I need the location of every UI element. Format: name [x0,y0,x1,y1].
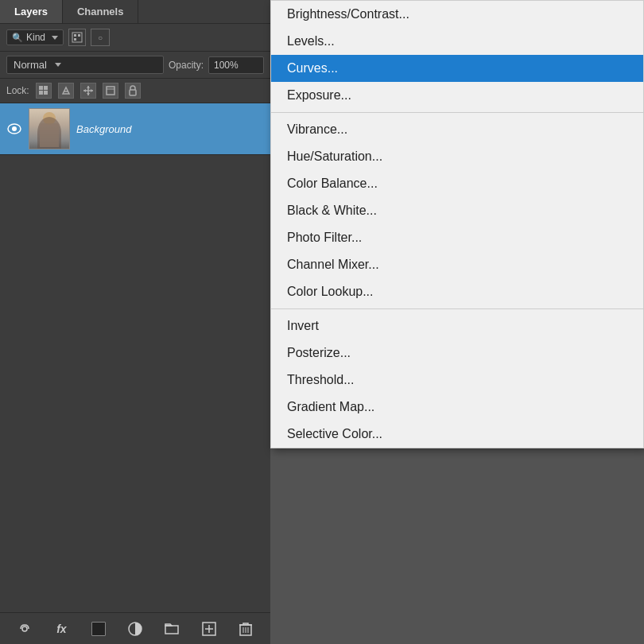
svg-rect-4 [39,86,43,90]
adjustment-button[interactable] [125,619,145,639]
menu-item-exposure[interactable]: Exposure... [271,82,643,109]
svg-rect-1 [74,34,76,37]
panel-tabs: Layers Channels [0,0,270,24]
lock-label: Lock: [6,85,29,96]
menu-item-gradient-map[interactable]: Gradient Map... [271,394,643,421]
panel-toolbar: fx [0,612,270,644]
menu-item-brightness-contrast[interactable]: Brightness/Contrast... [271,1,643,28]
svg-marker-13 [83,89,86,92]
delete-layer-button[interactable] [235,619,256,639]
lock-all-icon[interactable] [125,83,141,99]
search-bar: 🔍 Kind ○ [0,24,270,52]
svg-marker-11 [87,86,90,88]
lock-move-icon[interactable] [80,83,96,99]
filter-icon[interactable] [68,29,86,46]
filter-toggle[interactable]: ○ [91,29,110,46]
lock-paint-icon[interactable] [58,83,74,99]
adjustment-dropdown-menu: Brightness/Contrast... Levels... Curves.… [270,0,644,448]
menu-item-vibrance[interactable]: Vibrance... [271,116,643,143]
svg-rect-15 [107,87,114,95]
tab-channels[interactable]: Channels [63,0,139,23]
menu-item-color-lookup[interactable]: Color Lookup... [271,278,643,305]
kind-dropdown[interactable]: 🔍 Kind [6,29,64,45]
svg-rect-3 [74,38,76,41]
layer-thumbnail [29,108,70,149]
svg-rect-0 [72,33,82,42]
menu-item-selective-color[interactable]: Selective Color... [271,421,643,448]
link-button[interactable] [14,619,35,639]
menu-separator-1 [271,112,643,113]
menu-item-photo-filter[interactable]: Photo Filter... [271,224,643,251]
add-layer-button[interactable] [199,619,219,639]
layer-visibility-toggle[interactable] [6,121,22,137]
lock-artboard-icon[interactable] [103,83,118,99]
folder-button[interactable] [161,619,182,639]
chevron-down-icon [52,36,58,40]
mask-button[interactable] [88,619,109,639]
blend-chevron-icon [55,63,61,67]
svg-marker-12 [87,93,90,95]
menu-item-invert[interactable]: Invert [271,312,643,339]
layer-name: Background [76,123,131,135]
layer-list: Background [0,103,270,612]
menu-item-black-white[interactable]: Black & White... [271,197,643,224]
search-icon: 🔍 [12,33,23,43]
svg-rect-6 [39,91,43,95]
svg-rect-21 [92,623,105,635]
menu-item-threshold[interactable]: Threshold... [271,367,643,394]
blend-mode-dropdown[interactable]: Normal [6,56,164,74]
svg-marker-14 [91,89,93,92]
tab-layers[interactable]: Layers [0,0,63,23]
menu-item-hue-saturation[interactable]: Hue/Saturation... [271,143,643,170]
svg-rect-5 [44,86,48,90]
image-filter-icon [72,32,83,43]
menu-separator-2 [271,308,643,309]
svg-rect-7 [44,91,48,95]
svg-point-19 [12,126,17,131]
opacity-field[interactable]: 100% [208,56,264,74]
svg-rect-17 [130,90,136,95]
menu-item-color-balance[interactable]: Color Balance... [271,170,643,197]
fx-button[interactable]: fx [51,619,72,639]
layer-item-background[interactable]: Background [0,103,270,155]
blend-mode-row: Normal Opacity: 100% [0,52,270,79]
layers-panel: Layers Channels 🔍 Kind ○ Normal [0,0,270,644]
menu-item-posterize[interactable]: Posterize... [271,339,643,367]
lock-row: Lock: [0,79,270,103]
opacity-label: Opacity: [169,60,204,71]
svg-rect-2 [78,34,80,37]
lock-pixels-icon[interactable] [36,83,52,99]
menu-item-curves[interactable]: Curves... [271,55,643,82]
menu-item-channel-mixer[interactable]: Channel Mixer... [271,251,643,278]
menu-item-levels[interactable]: Levels... [271,28,643,55]
